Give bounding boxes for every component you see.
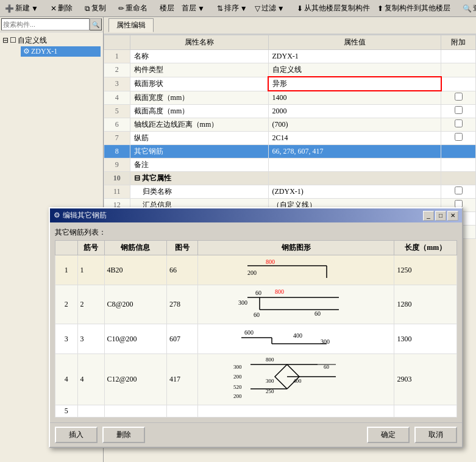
prop-attach-checkbox[interactable] [455,106,463,114]
copy-button[interactable]: ⧉ 复制 [82,2,108,14]
prop-row-value[interactable]: 1400 [268,91,441,104]
insert-button[interactable]: 插入 [55,427,98,443]
prop-row[interactable]: 3截面形状异形 [104,77,476,91]
prop-row-name[interactable]: ⊟ 其它属性 [130,171,268,185]
rebar-row4-figno[interactable]: 417 [167,354,198,405]
prop-row-attach [441,171,476,185]
rebar-row2-figno[interactable]: 278 [167,285,198,324]
tree-root-item[interactable]: ⊟ ☐ 自定义线 [2,35,101,46]
rebar-row-1[interactable]: 1 1 4B20 66 800 200 1250 [55,255,457,285]
delete-button-dialog[interactable]: 删除 [102,427,145,443]
rebar-row1-info[interactable]: 4B20 [104,255,167,285]
prop-row[interactable]: 1名称ZDYX-1 [104,50,476,63]
delete-button[interactable]: ✕ 删除 [48,2,75,14]
copy-from-floor-button[interactable]: ⬇ 从其他楼层复制构件 [294,2,372,14]
shape4-dim-200b: 200 [233,393,242,399]
rebar-row5-info[interactable] [104,405,167,418]
prop-row-value[interactable]: 异形 [268,77,441,91]
rebar-row-3[interactable]: 3 3 C10@200 607 600 400 300 [55,324,457,354]
prop-attach-checkbox[interactable] [455,133,463,141]
prop-row-name[interactable]: 名称 [130,50,268,63]
rebar-row-5[interactable]: 5 [55,405,457,418]
prop-attach-checkbox[interactable] [455,93,463,101]
shape2-dim-300: 300 [238,299,247,306]
prop-row-name[interactable]: 其它钢筋 [130,144,268,158]
search-button[interactable]: 🔍 [90,18,102,30]
rebar-row2-info[interactable]: C8@200 [104,285,167,324]
prop-row-name[interactable]: 归类名称 [130,185,268,198]
prop-row-value[interactable] [268,158,441,171]
sort-button[interactable]: ⇅ 排序 ▼ [215,2,250,14]
prop-row[interactable]: 9备注 [104,158,476,171]
confirm-button[interactable]: 确定 [367,427,410,443]
find-button[interactable]: 🔍 查找 [460,2,476,14]
prop-row-name[interactable]: 构件类型 [130,63,268,77]
prop-row-value[interactable]: ZDYX-1 [268,50,441,63]
new-dropdown-icon[interactable]: ▼ [31,4,38,13]
prop-row-attach[interactable] [441,185,476,198]
rebar-row3-figno[interactable]: 607 [167,324,198,354]
prop-row[interactable]: 5截面高度（mm）2000 [104,104,476,118]
prop-row-attach[interactable] [441,104,476,118]
prop-row[interactable]: 8其它钢筋66, 278, 607, 417 [104,144,476,158]
prop-row-name[interactable]: 截面形状 [130,77,268,91]
rebar-row-2[interactable]: 2 2 C8@200 278 800 300 60 60 [55,285,457,324]
cancel-button[interactable]: 取消 [414,427,457,443]
first-floor-button[interactable]: 首层 ▼ [179,2,207,14]
prop-row-name[interactable]: 备注 [130,158,268,171]
prop-row-name[interactable]: 截面宽度（mm） [130,91,268,104]
maximize-button[interactable]: □ [435,211,446,221]
close-button[interactable]: ✕ [447,211,458,221]
prop-attach-checkbox[interactable] [455,119,463,127]
minimize-button[interactable]: _ [423,211,434,221]
prop-row-attach[interactable] [441,118,476,131]
prop-row-attach[interactable] [441,131,476,144]
rebar-row5-num: 5 [55,405,78,418]
rebar-row4-barno[interactable]: 4 [77,354,104,405]
prop-row-value[interactable] [268,171,441,185]
rebar-row1-barno[interactable]: 1 [77,255,104,285]
floor-button[interactable]: 楼层 [157,2,177,14]
rebar-row-4[interactable]: 4 4 C12@200 417 800 60 [55,354,457,405]
new-button[interactable]: ➕ 新建 ▼ [2,2,41,14]
rebar-row3-info[interactable]: C10@200 [104,324,167,354]
rebar-row5-figno[interactable] [167,405,198,418]
floor-dropdown-icon[interactable]: ▼ [197,4,205,13]
prop-row[interactable]: 4截面宽度（mm）1400 [104,91,476,104]
tab-property-edit[interactable]: 属性编辑 [108,18,154,32]
prop-row-name[interactable]: 纵筋 [130,131,268,144]
prop-row[interactable]: 10⊟ 其它属性 [104,171,476,185]
rebar-row2-barno[interactable]: 2 [77,285,104,324]
sort-dropdown-icon[interactable]: ▼ [240,4,247,13]
prop-row[interactable]: 2构件类型自定义线 [104,63,476,77]
prop-row[interactable]: 6轴线距左边线距离（mm）(700) [104,118,476,131]
filter-button[interactable]: ▽ 过滤 ▼ [252,2,287,14]
prop-row-name[interactable]: 轴线距左边线距离（mm） [130,118,268,131]
prop-row-value[interactable]: 自定义线 [268,63,441,77]
rebar-col-fig-header: 图号 [167,241,198,255]
prop-row-value[interactable]: 2000 [268,104,441,118]
rebar-row5-barno[interactable] [77,405,104,418]
col-name-header: 属性名称 [130,35,268,50]
rebar-row1-figno[interactable]: 66 [167,255,198,285]
search-input[interactable] [1,18,90,30]
rebar-row3-barno[interactable]: 3 [77,324,104,354]
shape4-dim-800t: 800 [266,357,274,363]
prop-row-value[interactable]: 2C14 [268,131,441,144]
shape2-svg: 800 300 60 60 60 [235,286,357,320]
prop-row-value[interactable]: (ZDYX-1) [268,185,441,198]
prop-row-num: 6 [104,118,130,131]
tree-leaf-zdyx1[interactable]: ⚙ ZDYX-1 [21,46,101,57]
prop-attach-checkbox[interactable] [455,187,463,194]
prop-row-attach[interactable] [441,91,476,104]
copy-to-floor-button[interactable]: ⬆ 复制构件到其他楼层 [375,2,453,14]
prop-row[interactable]: 7纵筋2C14 [104,131,476,144]
prop-attach-checkbox[interactable] [455,200,463,208]
prop-row[interactable]: 11归类名称(ZDYX-1) [104,185,476,198]
filter-dropdown-icon[interactable]: ▼ [277,4,285,13]
rename-button[interactable]: ✏ 重命名 [116,2,150,14]
prop-row-value[interactable]: 66, 278, 607, 417 [268,144,441,158]
rebar-row4-info[interactable]: C12@200 [104,354,167,405]
prop-row-name[interactable]: 截面高度（mm） [130,104,268,118]
prop-row-value[interactable]: (700) [268,118,441,131]
